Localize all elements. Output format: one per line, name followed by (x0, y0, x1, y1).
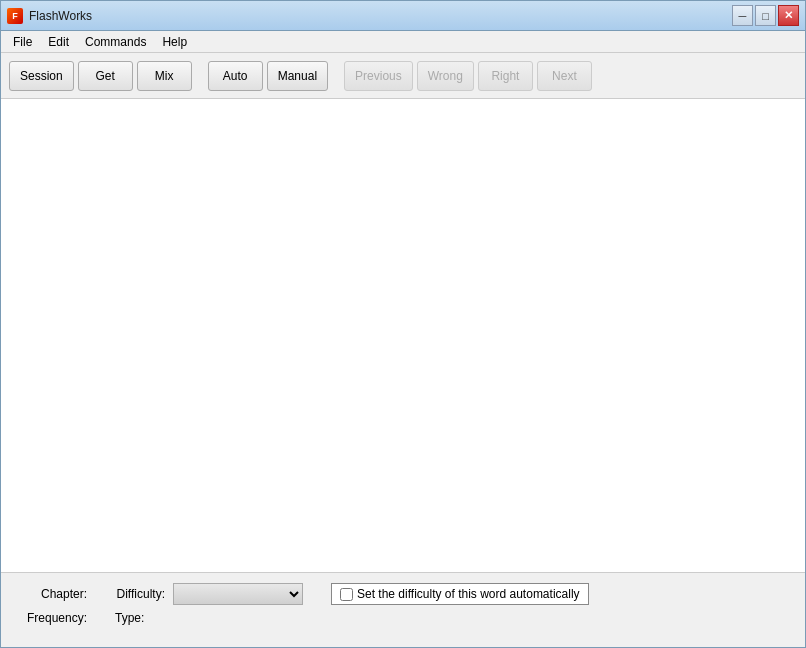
session-button[interactable]: Session (9, 61, 74, 91)
next-button[interactable]: Next (537, 61, 592, 91)
main-window: F FlashWorks ─ □ ✕ File Edit Commands He… (0, 0, 806, 648)
get-button[interactable]: Get (78, 61, 133, 91)
menu-edit[interactable]: Edit (40, 31, 77, 52)
right-button[interactable]: Right (478, 61, 533, 91)
auto-difficulty-label: Set the difficulty of this word automati… (357, 587, 580, 601)
difficulty-label: Difficulty: (95, 587, 165, 601)
auto-button[interactable]: Auto (208, 61, 263, 91)
auto-difficulty-checkbox[interactable] (340, 588, 353, 601)
toolbar: Session Get Mix Auto Manual Previous Wro… (1, 53, 805, 99)
manual-button[interactable]: Manual (267, 61, 328, 91)
frequency-row: Frequency: Type: (17, 611, 789, 625)
wrong-button[interactable]: Wrong (417, 61, 474, 91)
window-title: FlashWorks (29, 9, 92, 23)
mix-button[interactable]: Mix (137, 61, 192, 91)
auto-difficulty-area: Set the difficulty of this word automati… (331, 583, 589, 605)
toolbar-left-group: Session Get Mix (9, 61, 192, 91)
toolbar-mode-group: Auto Manual (208, 61, 328, 91)
type-area: Type: (115, 611, 144, 625)
title-bar-left: F FlashWorks (7, 8, 92, 24)
previous-button[interactable]: Previous (344, 61, 413, 91)
difficulty-row: Chapter: Difficulty: Easy Medium Hard Se… (17, 583, 789, 605)
title-bar: F FlashWorks ─ □ ✕ (1, 1, 805, 31)
app-icon: F (7, 8, 23, 24)
menu-commands[interactable]: Commands (77, 31, 154, 52)
difficulty-select[interactable]: Easy Medium Hard (173, 583, 303, 605)
toolbar-nav-group: Previous Wrong Right Next (344, 61, 592, 91)
menu-file[interactable]: File (5, 31, 40, 52)
bottom-panel: Chapter: Difficulty: Easy Medium Hard Se… (1, 572, 805, 647)
close-button[interactable]: ✕ (778, 5, 799, 26)
menu-bar: File Edit Commands Help (1, 31, 805, 53)
type-label: Type: (115, 611, 144, 625)
minimize-button[interactable]: ─ (732, 5, 753, 26)
content-area (1, 99, 805, 572)
chapter-label: Chapter: (17, 587, 87, 601)
frequency-label: Frequency: (17, 611, 87, 625)
maximize-button[interactable]: □ (755, 5, 776, 26)
title-bar-controls: ─ □ ✕ (732, 5, 799, 26)
menu-help[interactable]: Help (154, 31, 195, 52)
